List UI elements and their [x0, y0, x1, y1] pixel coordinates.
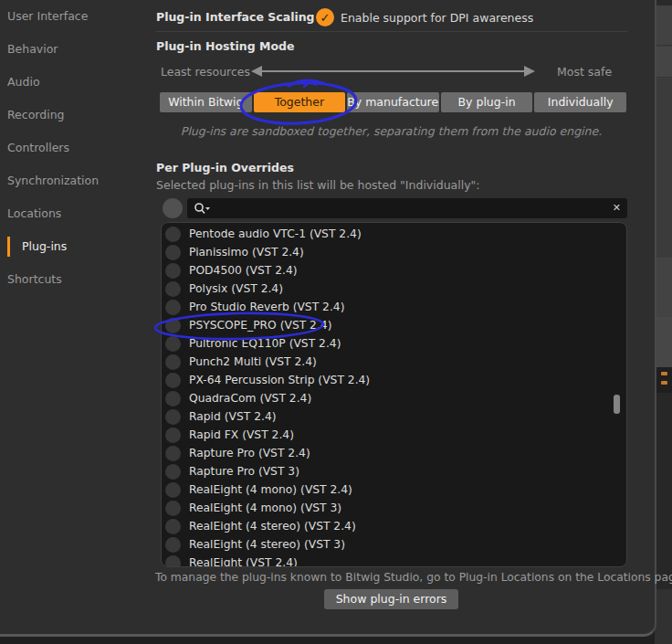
- plugin-select-circle[interactable]: [165, 391, 181, 406]
- plugin-override-list: Pentode audio VTC-1 (VST 2.4) Pianissimo…: [161, 222, 627, 567]
- sidebar-item-label: Shortcuts: [7, 272, 62, 286]
- dpi-awareness-checkbox[interactable]: ✓: [316, 8, 334, 26]
- plugin-list-item[interactable]: RealEight (4 stereo) (VST 2.4): [162, 517, 626, 535]
- plugin-label: Rapture Pro (VST 2.4): [189, 447, 310, 459]
- section-title-overrides: Per Plug-in Overrides: [156, 161, 294, 174]
- plugin-label: Rapid (VST 2.4): [189, 410, 277, 423]
- settings-sidebar: User Interface Behavior Audio Recording …: [0, 0, 146, 634]
- footer-button-row: Show plug-in errors: [155, 589, 627, 609]
- plugin-label: Pianissimo (VST 2.4): [189, 246, 304, 259]
- plugin-list-item[interactable]: Rapid (VST 2.4): [162, 407, 626, 426]
- plugin-select-circle[interactable]: [165, 354, 181, 370]
- sidebar-item-label: Behavior: [7, 42, 58, 56]
- plugin-select-circle[interactable]: [165, 318, 181, 333]
- plugin-label: QuadraCom (VST 2.4): [189, 392, 311, 405]
- plugin-label: Punch2 Multi (VST 2.4): [189, 355, 317, 368]
- double-arrow-icon: [249, 64, 537, 79]
- plugin-label: Pro Studio Reverb (VST 2.4): [189, 301, 344, 313]
- plugin-select-circle[interactable]: [165, 519, 181, 534]
- hosting-mode-button-label: Within Bitwig: [168, 95, 243, 109]
- hosting-mode-button[interactable]: By plug-in: [441, 92, 533, 112]
- plugin-select-circle[interactable]: [165, 464, 181, 480]
- sidebar-item-label: Plug-ins: [22, 239, 67, 253]
- sidebar-item[interactable]: Locations: [7, 206, 61, 222]
- plugin-select-circle[interactable]: [165, 373, 181, 388]
- plugin-list-item[interactable]: Rapture Pro (VST 2.4): [162, 444, 626, 462]
- plugin-select-circle[interactable]: [165, 501, 181, 516]
- plugin-label: Rapture Pro (VST 3): [189, 465, 299, 478]
- plugin-list-item[interactable]: Rapture Pro (VST 3): [162, 462, 626, 480]
- backdrop-block: [655, 47, 672, 78]
- plugin-list-item[interactable]: Punch2 Multi (VST 2.4): [162, 353, 626, 371]
- plugin-label: Rapid FX (VST 2.4): [189, 428, 294, 441]
- plugin-list-item[interactable]: RealEight (4 stereo) (VST 3): [162, 535, 626, 554]
- plugin-select-circle[interactable]: [165, 281, 181, 297]
- plugin-select-circle[interactable]: [165, 555, 181, 568]
- plugin-list-item[interactable]: Pro Studio Reverb (VST 2.4): [162, 298, 626, 316]
- sidebar-item[interactable]: Behavior: [7, 41, 58, 58]
- plugin-select-circle[interactable]: [165, 245, 181, 260]
- backdrop-block: [655, 317, 672, 367]
- backdrop-block: [655, 367, 672, 393]
- plugin-select-circle[interactable]: [165, 409, 181, 425]
- plugin-select-circle[interactable]: [165, 263, 181, 279]
- plugin-list-item[interactable]: POD4500 (VST 2.4): [162, 261, 626, 280]
- backdrop-block: [655, 5, 672, 46]
- plugin-list-item[interactable]: PX-64 Percussion Strip (VST 2.4): [162, 371, 626, 389]
- hosting-mode-button-label: By manufacturer: [347, 95, 439, 109]
- sidebar-item[interactable]: Recording: [7, 107, 65, 123]
- sidebar-item-label: Audio: [7, 75, 40, 89]
- sidebar-item[interactable]: Plug-ins: [22, 238, 67, 255]
- plugin-label: RealEight (4 stereo) (VST 3): [189, 538, 345, 551]
- section-divider: [155, 31, 627, 32]
- sidebar-item[interactable]: Synchronization: [7, 173, 99, 189]
- plugin-list-item[interactable]: Rapid FX (VST 2.4): [162, 426, 626, 444]
- plugin-list-item[interactable]: QuadraCom (VST 2.4): [162, 389, 626, 407]
- clear-search-icon[interactable]: ✕: [613, 202, 621, 215]
- hosting-mode-button[interactable]: Individually: [534, 92, 626, 112]
- select-all-circle[interactable]: [163, 198, 183, 218]
- plugin-select-circle[interactable]: [165, 446, 181, 461]
- selected-indicator-bar: [7, 237, 10, 257]
- plugin-list-item[interactable]: Pianissimo (VST 2.4): [162, 243, 626, 261]
- most-safe-label: Most safe: [557, 65, 612, 79]
- backdrop-orange-mark: [661, 381, 667, 385]
- plugin-label: PSYSCOPE_PRO (VST 2.4): [189, 319, 331, 332]
- plugin-label: PX-64 Percussion Strip (VST 2.4): [189, 374, 370, 386]
- backdrop-block: [655, 589, 672, 644]
- sidebar-item[interactable]: User Interface: [7, 8, 88, 25]
- plugin-select-circle[interactable]: [165, 428, 181, 443]
- plugin-select-circle[interactable]: [165, 227, 181, 242]
- plugin-select-circle[interactable]: [165, 537, 181, 553]
- plugin-search-input[interactable]: ✕: [187, 198, 627, 218]
- plugin-list-item[interactable]: RealEight (4 mono) (VST 2.4): [162, 480, 626, 499]
- plugin-list-item[interactable]: Polysix (VST 2.4): [162, 280, 626, 298]
- plugin-select-circle[interactable]: [165, 482, 181, 498]
- plugin-label: RealEight (4 stereo) (VST 2.4): [189, 520, 356, 533]
- show-plugin-errors-button[interactable]: Show plug-in errors: [324, 589, 459, 609]
- hosting-mode-button[interactable]: Within Bitwig: [160, 92, 252, 112]
- plugin-list-item[interactable]: RealEight (VST 2.4): [162, 554, 626, 567]
- checkmark-icon: ✓: [320, 11, 331, 25]
- plugin-list-item[interactable]: Pultronic EQ110P (VST 2.4): [162, 334, 626, 353]
- plugin-select-circle[interactable]: [165, 300, 181, 315]
- plugin-list-item[interactable]: Pentode audio VTC-1 (VST 2.4): [162, 225, 626, 243]
- list-scrollbar-thumb[interactable]: [614, 395, 620, 414]
- hosting-mode-button[interactable]: By manufacturer: [347, 92, 439, 112]
- sidebar-item[interactable]: Controllers: [7, 140, 69, 156]
- plugin-select-circle[interactable]: [165, 336, 181, 352]
- background-window-edge: [655, 0, 672, 644]
- dpi-awareness-label: Enable support for DPI awareness: [341, 11, 533, 25]
- plugin-label: RealEight (4 mono) (VST 3): [189, 501, 341, 514]
- section-title-interface-scaling: Plug-in Interface Scaling: [156, 10, 315, 24]
- sidebar-item[interactable]: Shortcuts: [7, 271, 62, 288]
- section-title-hosting-mode: Plug-in Hosting Mode: [156, 39, 294, 53]
- sidebar-item[interactable]: Audio: [7, 74, 40, 90]
- hosting-mode-caption: Plug-ins are sandboxed together, separat…: [155, 124, 627, 138]
- plugin-label: Pultronic EQ110P (VST 2.4): [189, 337, 341, 350]
- plugin-list-item[interactable]: PSYSCOPE_PRO (VST 2.4): [162, 316, 626, 334]
- sidebar-item-label: Recording: [7, 108, 65, 121]
- hosting-mode-button[interactable]: Together: [254, 92, 346, 112]
- backdrop-orange-mark: [661, 372, 667, 375]
- plugin-list-item[interactable]: RealEight (4 mono) (VST 3): [162, 499, 626, 517]
